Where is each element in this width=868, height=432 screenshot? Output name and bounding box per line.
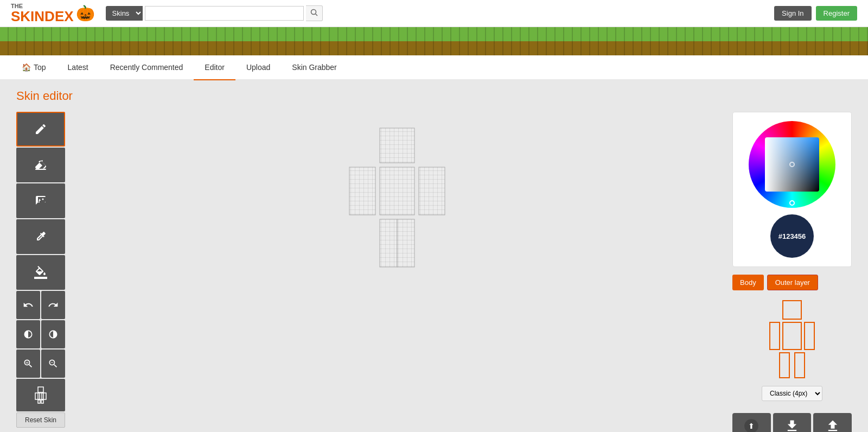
model-selector-container: Classic (4px) Slim (3px) [732, 386, 852, 401]
stamp-icon [34, 194, 47, 207]
eraser-icon [34, 158, 47, 171]
eyedropper-tool[interactable] [16, 219, 65, 254]
search-type-dropdown[interactable]: Skins [106, 6, 143, 21]
header: THE SKINDEX 🎃 Skins Sign In Register [0, 0, 868, 27]
grass-banner [0, 27, 868, 55]
download-button[interactable]: Download [773, 413, 812, 432]
upload-to-skindex-icon: ⬆ [744, 418, 759, 432]
upload-from-computer-button[interactable]: Upload fromComputer [813, 413, 852, 432]
color-hex-display[interactable]: #123456 [770, 214, 814, 258]
color-picker-box: #123456 [732, 112, 852, 267]
undo-redo-row [16, 291, 65, 319]
logo-main-text: SKINDEX [11, 9, 74, 23]
svg-point-0 [311, 10, 316, 15]
reset-skin-button[interactable]: Reset Skin [16, 412, 65, 428]
zoom-in-icon [23, 358, 34, 369]
zoom-out-button[interactable] [41, 350, 65, 378]
zoom-row [16, 350, 65, 378]
main-content: Skin editor [0, 80, 868, 432]
nav-item-latest[interactable]: Latest [57, 55, 99, 80]
nav-item-editor[interactable]: Editor [194, 55, 235, 80]
svg-rect-20 [380, 219, 397, 267]
svg-rect-5 [35, 393, 40, 399]
skin-canvas-wrapper [342, 123, 456, 336]
skin-canvas-area [81, 112, 716, 336]
svg-rect-2 [35, 169, 46, 170]
register-button[interactable]: Register [816, 6, 857, 21]
svg-rect-16 [349, 167, 375, 215]
pencil-tool[interactable] [16, 112, 65, 147]
redo-icon [48, 300, 59, 310]
logo: THE SKINDEX 🎃 [11, 3, 95, 23]
download-icon [784, 418, 800, 432]
pumpkin-icon: 🎃 [76, 4, 95, 22]
svg-text:⬆: ⬆ [748, 422, 755, 430]
redo-button[interactable] [41, 291, 65, 319]
nav-item-upload[interactable]: Upload [235, 55, 281, 80]
skin-diagram-left-leg[interactable] [779, 352, 790, 378]
nav-item-recently-commented[interactable]: Recently Commented [99, 55, 194, 80]
skin-diagram-right-arm[interactable] [804, 322, 815, 350]
search-area: Skins [106, 5, 323, 21]
outer-layer-button[interactable]: Outer layer [767, 275, 818, 290]
svg-rect-8 [38, 400, 40, 403]
search-button[interactable] [306, 5, 323, 21]
body-layer-button[interactable]: Body [732, 275, 764, 290]
color-picker-square[interactable] [765, 137, 819, 192]
body-layer-selector: Body Outer layer [732, 275, 852, 290]
signin-button[interactable]: Sign In [774, 6, 811, 21]
darken-icon [23, 329, 34, 340]
navigation: 🏠 Top Latest Recently Commented Editor U… [0, 55, 868, 80]
skin-diagram-torso[interactable] [782, 322, 802, 350]
skin-diagram-head[interactable] [782, 300, 802, 320]
svg-rect-22 [397, 219, 414, 267]
hue-indicator-dot [789, 200, 795, 206]
svg-point-3 [42, 199, 44, 200]
color-hex-value: #123456 [778, 232, 806, 240]
page-title: Skin editor [16, 89, 852, 103]
stamp-tool[interactable] [16, 183, 65, 218]
zoom-in-button[interactable] [16, 350, 40, 378]
skin-shape-icon [32, 386, 49, 404]
action-buttons: ⬆ Upload toSkindex Download [732, 413, 852, 432]
svg-rect-4 [38, 387, 43, 392]
color-wheel-container[interactable] [749, 121, 835, 208]
svg-line-1 [315, 14, 317, 16]
skin-diagram-body-row [769, 322, 815, 350]
svg-rect-12 [380, 128, 414, 163]
eyedropper-icon [34, 230, 47, 243]
svg-rect-14 [380, 167, 414, 215]
search-input[interactable] [145, 6, 304, 21]
skin-diagram-right-leg[interactable] [794, 352, 805, 378]
tools-panel: Reset Skin [16, 112, 65, 428]
svg-rect-7 [42, 393, 46, 399]
right-panel: #123456 Body Outer layer [732, 112, 852, 432]
skin-diagram-left-arm[interactable] [769, 322, 780, 350]
upload-to-skindex-button[interactable]: ⬆ Upload toSkindex [732, 413, 771, 432]
svg-rect-9 [41, 400, 43, 403]
lighten-button[interactable] [41, 320, 65, 348]
color-picker-center-dot [789, 162, 795, 167]
skin-diagram-legs-row [779, 352, 805, 378]
skin-canvas-svg[interactable] [342, 123, 456, 334]
fill-tool[interactable] [16, 255, 65, 290]
upload-from-computer-icon [825, 418, 840, 432]
pencil-icon [34, 123, 47, 136]
lighten-icon [48, 329, 59, 340]
search-icon [310, 9, 318, 16]
auth-buttons: Sign In Register [774, 6, 857, 21]
darken-button[interactable] [16, 320, 40, 348]
svg-rect-18 [419, 167, 445, 215]
svg-rect-6 [38, 393, 43, 399]
undo-button[interactable] [16, 291, 40, 319]
skin-diagram [732, 300, 852, 378]
darken-lighten-row [16, 320, 65, 348]
model-dropdown[interactable]: Classic (4px) Slim (3px) [762, 386, 822, 401]
fill-icon [34, 266, 47, 279]
eraser-tool[interactable] [16, 148, 65, 182]
zoom-out-icon [48, 358, 59, 369]
nav-item-skin-grabber[interactable]: Skin Grabber [281, 55, 347, 80]
nav-item-top[interactable]: 🏠 Top [11, 55, 57, 80]
undo-icon [23, 300, 34, 310]
skin-shape-button[interactable] [16, 379, 65, 411]
